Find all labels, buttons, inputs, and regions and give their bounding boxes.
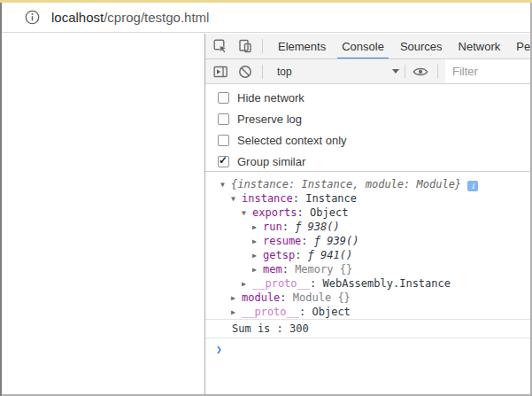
- tree-row-module[interactable]: ▶module: Module {}: [205, 291, 530, 305]
- setting-selected-context-only[interactable]: Selected context only: [218, 129, 530, 151]
- log-text: Sum is : 300: [232, 322, 309, 335]
- setting-label: Hide network: [237, 91, 305, 105]
- setting-label: Group similar: [237, 155, 305, 168]
- value-evaluated-info-icon[interactable]: i: [467, 181, 478, 191]
- triangle-expanded-icon[interactable]: ▼: [220, 178, 231, 192]
- tabbar-separator: [262, 39, 263, 53]
- tab-console[interactable]: Console: [334, 34, 392, 59]
- property-name: resume: [263, 235, 301, 247]
- property-name: __proto__: [242, 306, 299, 318]
- object-log-message: ▼{instance: Instance, module: Module}i ▼…: [205, 172, 530, 320]
- live-expression-eye-icon[interactable]: [412, 64, 428, 80]
- checkbox-unchecked[interactable]: [218, 113, 229, 125]
- inspect-element-icon[interactable]: [212, 38, 228, 54]
- info-icon[interactable]: [25, 10, 40, 25]
- colon: :: [295, 249, 307, 261]
- tree-row-exports[interactable]: ▼exports: Object: [205, 206, 530, 220]
- device-toolbar-icon[interactable]: [237, 38, 253, 54]
- property-value: ƒ 939(): [314, 235, 359, 247]
- tree-row-resume[interactable]: ▶resume: ƒ 939(): [205, 234, 530, 248]
- property-name: instance: [242, 192, 293, 205]
- address-bar[interactable]: localhost/cprog/testgo.html: [2, 3, 530, 33]
- page-viewport: [2, 34, 204, 394]
- tab-elements[interactable]: Elements: [270, 34, 334, 59]
- browser-window: localhost/cprog/testgo.html Elements Con…: [0, 0, 532, 396]
- tab-sources[interactable]: Sources: [392, 34, 451, 59]
- tree-row-getsp[interactable]: ▶getsp: ƒ 941(): [205, 248, 530, 262]
- triangle-collapsed-icon[interactable]: ▶: [252, 263, 263, 277]
- property-value: ƒ 941(): [308, 249, 353, 261]
- devtools-tabbar: Elements Console Sources Network Perform…: [205, 34, 530, 59]
- checkbox-checked[interactable]: [218, 156, 229, 167]
- colon: :: [282, 263, 295, 276]
- triangle-collapsed-icon[interactable]: ▶: [252, 249, 263, 263]
- console-prompt[interactable]: ❯: [205, 338, 530, 355]
- tree-row-object-preview[interactable]: ▼{instance: Instance, module: Module}i: [205, 177, 530, 191]
- setting-group-similar[interactable]: Group similar: [218, 151, 530, 172]
- toolbar-separator: [262, 65, 263, 79]
- setting-hide-network[interactable]: Hide network: [218, 87, 530, 108]
- setting-preserve-log[interactable]: Preserve log: [218, 108, 530, 129]
- triangle-collapsed-icon[interactable]: ▶: [252, 235, 263, 249]
- colon: :: [282, 221, 295, 233]
- log-message-sum: Sum is : 300: [205, 320, 530, 338]
- url-text[interactable]: localhost/cprog/testgo.html: [51, 10, 209, 25]
- console-settings: Hide network Preserve log Selected conte…: [205, 84, 530, 172]
- chevron-down-icon: [392, 69, 399, 74]
- property-value: Memory {}: [295, 263, 352, 276]
- url-path: /cprog/testgo.html: [104, 10, 209, 25]
- prompt-chevron-icon: ❯: [216, 344, 222, 355]
- triangle-collapsed-icon[interactable]: ▶: [231, 291, 242, 306]
- execution-context-selector[interactable]: top: [270, 66, 405, 78]
- tree-row-instance[interactable]: ▼instance: Instance: [205, 191, 530, 206]
- tree-row-run[interactable]: ▶run: ƒ 938(): [205, 220, 530, 234]
- triangle-collapsed-icon[interactable]: ▶: [252, 221, 263, 235]
- toolbar-separator: [437, 65, 438, 79]
- property-name: exports: [252, 206, 297, 219]
- tree-row-mem[interactable]: ▶mem: Memory {}: [205, 262, 530, 276]
- colon: :: [310, 277, 322, 290]
- checkbox-unchecked[interactable]: [218, 92, 229, 104]
- triangle-expanded-icon[interactable]: ▼: [242, 206, 252, 221]
- setting-label: Selected context only: [237, 134, 347, 147]
- property-name: __proto__: [252, 277, 310, 290]
- property-name: module: [242, 291, 280, 304]
- property-value: ƒ 938(): [295, 221, 340, 233]
- tab-performance[interactable]: Performance: [508, 34, 530, 59]
- console-messages: ▼{instance: Instance, module: Module}i ▼…: [205, 172, 530, 355]
- triangle-collapsed-icon[interactable]: ▶: [231, 306, 242, 320]
- triangle-collapsed-icon[interactable]: ▶: [242, 277, 252, 291]
- colon: :: [280, 291, 292, 304]
- context-label: top: [277, 66, 292, 78]
- colon: :: [297, 206, 310, 219]
- object-preview: {instance: Instance, module: Module}: [231, 178, 461, 190]
- url-host: localhost: [51, 10, 104, 25]
- property-name: run: [263, 221, 282, 233]
- property-value: Instance: [305, 192, 357, 205]
- checkbox-unchecked[interactable]: [218, 135, 229, 146]
- devtools-panel: Elements Console Sources Network Perform…: [204, 34, 530, 394]
- show-console-sidebar-icon[interactable]: [212, 64, 228, 80]
- console-toolbar: top: [205, 59, 530, 84]
- triangle-expanded-icon[interactable]: ▼: [231, 192, 242, 206]
- setting-label: Preserve log: [237, 113, 302, 126]
- property-value: Module {}: [293, 291, 351, 304]
- property-name: getsp: [263, 249, 295, 261]
- property-name: mem: [263, 263, 282, 276]
- tree-row-proto-instance[interactable]: ▶__proto__: WebAssembly.Instance: [205, 276, 530, 291]
- colon: :: [293, 192, 305, 205]
- property-value: Object: [310, 206, 348, 219]
- colon: :: [299, 306, 312, 318]
- toolbar-separator: [405, 65, 405, 79]
- tree-row-proto-object[interactable]: ▶__proto__: Object: [205, 305, 530, 319]
- property-value: WebAssembly.Instance: [322, 277, 451, 290]
- colon: :: [301, 235, 313, 247]
- clear-console-icon[interactable]: [237, 64, 253, 80]
- property-value: Object: [312, 306, 350, 318]
- tab-network[interactable]: Network: [451, 34, 509, 59]
- filter-input[interactable]: [445, 59, 530, 83]
